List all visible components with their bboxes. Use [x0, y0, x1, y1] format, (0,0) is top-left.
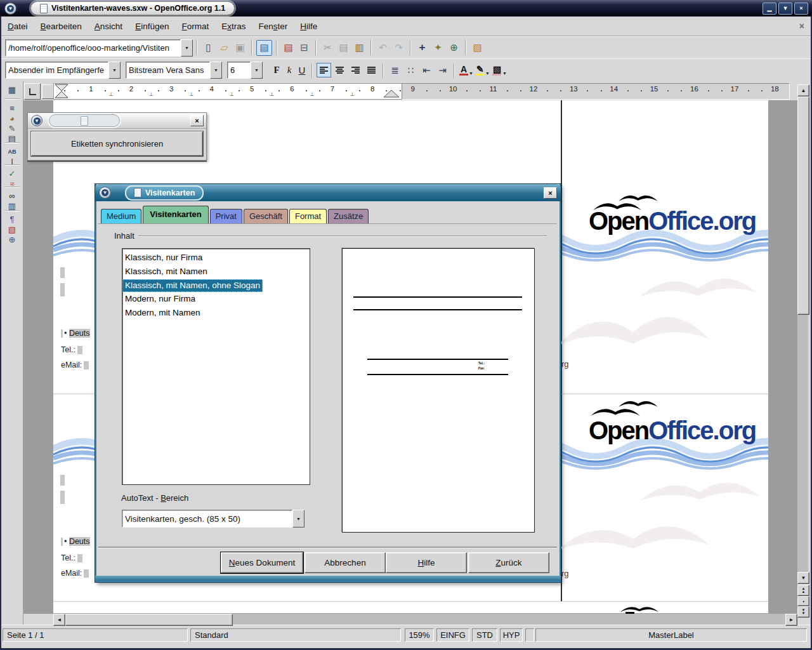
insert-mode[interactable]: EINFG	[436, 628, 469, 642]
next-page-button[interactable]: ▼▼	[797, 606, 809, 618]
close-document-icon[interactable]: ×	[799, 21, 804, 31]
new-document-button[interactable]: Neues Dokument	[221, 552, 303, 573]
redo-icon[interactable]: ↷	[391, 41, 406, 55]
list-item-selected[interactable]: Klassisch, mit Namen, ohne Slogan	[122, 279, 263, 292]
synchronize-window[interactable]: ▼ × Etiketten synchronisieren	[27, 112, 207, 161]
cut-icon[interactable]: ✂	[320, 41, 335, 55]
insert-object-icon[interactable]: ◕	[4, 113, 20, 124]
ruler-scale[interactable]: 123456789101112131415161718⊥⊥⊥⊥⊥⊥⊥	[23, 83, 798, 99]
bullets-icon[interactable]: ∷	[403, 63, 418, 77]
url-combobox[interactable]: /home/rolf/openoffice/ooo-marketing/Vist…	[5, 39, 193, 56]
window-titlebar[interactable]: ▼ Vistitenkarten-waves.sxw - OpenOffice.…	[0, 0, 812, 17]
paste-icon[interactable]: ▥	[352, 41, 367, 55]
font-color-button[interactable]: A ▼	[459, 65, 473, 76]
insert-table-icon[interactable]: ▦	[4, 84, 20, 95]
menu-fenster[interactable]: Fenster	[252, 18, 294, 34]
copy-icon[interactable]: ▤	[336, 41, 351, 55]
autotext-region-select[interactable]: Visitenkarten, gesch. (85 x 50) ▼	[122, 510, 304, 527]
undo-icon[interactable]: ↶	[376, 41, 390, 55]
paragraph-style-dropdown-button[interactable]: ▼	[108, 62, 121, 79]
tab-format[interactable]: Format	[289, 209, 327, 223]
horizontal-scrollbar-thumb[interactable]	[65, 614, 233, 626]
align-left-button[interactable]	[317, 63, 331, 77]
export-pdf-icon[interactable]: ▤	[281, 41, 296, 55]
font-name-dropdown-button[interactable]: ▼	[210, 62, 222, 79]
new-document-icon[interactable]: ▯	[201, 41, 216, 55]
decrease-indent-icon[interactable]: ⇤	[419, 63, 434, 77]
bold-button[interactable]: F	[270, 63, 283, 77]
align-right-button[interactable]	[348, 63, 363, 77]
close-button[interactable]: ×	[794, 3, 808, 15]
tab-medium[interactable]: Medium	[101, 209, 141, 223]
align-center-button[interactable]	[332, 63, 347, 77]
help-button[interactable]: Hilfe	[386, 552, 467, 573]
dialog-close-button[interactable]: ×	[544, 187, 557, 199]
selection-mode[interactable]: STD	[472, 628, 497, 642]
maximize-button[interactable]: ▼	[778, 3, 792, 15]
minimize-button[interactable]: ▁	[763, 3, 776, 15]
url-dropdown-button[interactable]: ▼	[181, 39, 193, 56]
graphics-toggle-icon[interactable]: ▧	[4, 224, 20, 235]
font-size-select[interactable]: 6 ▼	[227, 62, 263, 79]
menu-datei[interactable]: Datei	[1, 18, 34, 34]
gallery-icon[interactable]: ▧	[470, 41, 485, 55]
content-listbox[interactable]: Klassisch, nur Firma Klassisch, mit Name…	[122, 248, 310, 485]
page-style[interactable]: Standard	[190, 628, 401, 642]
dialog-titlebar[interactable]: ▼ Visitenkarten ×	[95, 184, 561, 201]
tab-geschaeft[interactable]: Geschäft	[244, 209, 288, 223]
back-button[interactable]: Zurück	[468, 552, 549, 573]
underline-button[interactable]: U	[296, 63, 308, 77]
tab-zusaetze[interactable]: Zusätze	[328, 209, 369, 223]
menu-extras[interactable]: Extras	[215, 18, 252, 34]
synchronize-window-titlebar[interactable]: ▼ ×	[28, 113, 206, 129]
stylist-icon[interactable]: ✦	[431, 41, 445, 55]
menu-ansicht[interactable]: Ansicht	[88, 18, 129, 34]
previous-page-button[interactable]: ▲▲	[797, 585, 809, 596]
online-layout-icon[interactable]: ⊕	[4, 234, 20, 245]
open-icon[interactable]: ▱	[217, 41, 232, 55]
background-color-button[interactable]: ▧ ▼	[492, 65, 507, 76]
scroll-right-button[interactable]: ►	[785, 614, 797, 626]
numbering-icon[interactable]: ≣	[388, 63, 402, 77]
spellcheck-icon[interactable]: ✓	[4, 168, 20, 179]
font-size-dropdown-button[interactable]: ▼	[251, 62, 263, 79]
draw-functions-icon[interactable]: ✎	[4, 123, 20, 134]
window-menu-button[interactable]: ▼	[4, 3, 16, 15]
nonprinting-chars-icon[interactable]: ¶	[4, 214, 20, 225]
visitenkarten-dialog[interactable]: ▼ Visitenkarten × Medium Visitenkarten P…	[95, 184, 561, 582]
hyperlink-icon[interactable]: ⊕	[447, 41, 461, 55]
cancel-button[interactable]: Abbrechen	[304, 552, 386, 573]
insert-fields-icon[interactable]: ≡	[4, 103, 20, 114]
dialog-menu-button[interactable]: ▼	[99, 187, 111, 199]
tab-visitenkarten[interactable]: Visitenkarten	[143, 206, 208, 223]
list-item[interactable]: Modern, mit Namen	[122, 306, 310, 320]
list-item[interactable]: Modern, nur Firma	[122, 292, 310, 306]
scroll-left-button[interactable]: ◄	[53, 614, 65, 626]
url-field[interactable]: /home/rolf/openoffice/ooo-marketing/Vist…	[5, 39, 181, 56]
autotext-dropdown-button[interactable]: ▼	[292, 510, 304, 527]
menu-einfuegen[interactable]: Einfügen	[129, 18, 175, 34]
print-icon[interactable]: ⊟	[297, 41, 311, 55]
save-icon[interactable]: ▣	[233, 41, 247, 55]
autotext-icon[interactable]: AB	[4, 146, 20, 157]
list-item[interactable]: Klassisch, nur Firma	[122, 251, 310, 265]
scroll-up-button[interactable]: ▲	[797, 84, 809, 96]
vertical-scrollbar-thumb[interactable]	[797, 96, 809, 315]
paragraph-style-select[interactable]: Absender im Empfängerfe ▼	[5, 62, 121, 79]
font-name-select[interactable]: Bitstream Vera Sans ▼	[126, 62, 222, 79]
close-button[interactable]: ×	[190, 115, 204, 126]
tab-privat[interactable]: Privat	[210, 209, 242, 223]
zoom-level[interactable]: 159%	[405, 628, 434, 642]
hyperlink-mode[interactable]: HYP	[500, 628, 523, 642]
window-menu-button[interactable]: ▼	[31, 115, 43, 126]
menu-bearbeiten[interactable]: Bearbeiten	[34, 18, 88, 34]
highlight-button[interactable]: ✎ ▼	[476, 65, 490, 76]
increase-indent-icon[interactable]: ⇥	[435, 63, 450, 77]
navigation-button[interactable]: ●	[797, 596, 809, 606]
indent-marker-icon[interactable]	[55, 84, 69, 98]
font-size-value[interactable]: 6	[227, 62, 251, 79]
font-name-value[interactable]: Bitstream Vera Sans	[126, 62, 210, 79]
italic-button[interactable]: k	[283, 63, 296, 77]
autotext-region-value[interactable]: Visitenkarten, gesch. (85 x 50)	[122, 510, 292, 527]
menu-hilfe[interactable]: Hilfe	[294, 18, 324, 34]
